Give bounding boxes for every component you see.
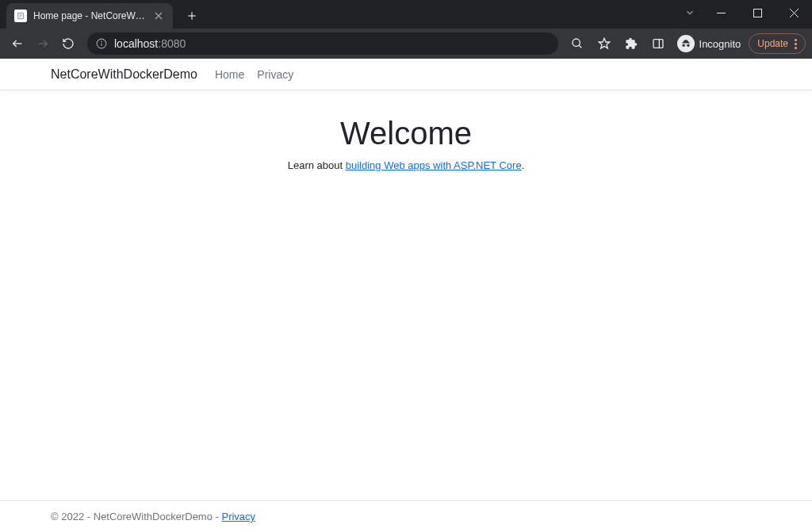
nav-back-button[interactable] — [6, 33, 29, 55]
footer-text: © 2022 - NetCoreWithDockerDemo - — [51, 511, 221, 522]
extensions-icon[interactable] — [620, 33, 642, 55]
svg-marker-19 — [599, 38, 609, 48]
incognito-badge[interactable]: Incognito — [674, 35, 745, 52]
tab-favicon-icon — [14, 10, 27, 22]
footer-privacy-link[interactable]: Privacy — [221, 511, 255, 522]
svg-rect-20 — [653, 40, 663, 48]
menu-dots-icon — [795, 39, 797, 49]
svg-rect-9 — [753, 9, 761, 17]
page-subtitle: Learn about building Web apps with ASP.N… — [0, 159, 812, 171]
page-title: Welcome — [0, 116, 812, 151]
update-button[interactable]: Update — [749, 33, 806, 54]
nav-reload-button[interactable] — [57, 33, 79, 55]
browser-tab[interactable]: Home page - NetCoreWithDocke — [6, 3, 173, 29]
window-maximize-button[interactable] — [739, 0, 776, 25]
navbar-brand[interactable]: NetCoreWithDockerDemo — [51, 67, 197, 82]
tab-title: Home page - NetCoreWithDocke — [33, 10, 146, 21]
side-panel-icon[interactable] — [647, 33, 669, 55]
page-navbar: NetCoreWithDockerDemo Home Privacy — [0, 59, 812, 90]
svg-line-18 — [579, 45, 581, 48]
learn-link[interactable]: building Web apps with ASP.NET Core — [346, 159, 522, 171]
page-main: Welcome Learn about building Web apps wi… — [0, 90, 812, 532]
address-url: localhost:8080 — [114, 37, 186, 50]
svg-point-17 — [573, 39, 580, 46]
new-tab-button[interactable] — [181, 5, 203, 27]
page-footer: © 2022 - NetCoreWithDockerDemo - Privacy — [0, 500, 812, 532]
window-close-button[interactable] — [776, 0, 812, 25]
tabs-dropdown-icon[interactable] — [677, 0, 703, 25]
nav-link-privacy[interactable]: Privacy — [257, 68, 293, 81]
nav-forward-button[interactable] — [32, 33, 54, 55]
nav-link-home[interactable]: Home — [215, 68, 244, 81]
bookmark-star-icon[interactable] — [593, 33, 615, 55]
site-info-icon[interactable] — [95, 37, 108, 50]
tab-close-icon[interactable] — [152, 10, 165, 22]
incognito-icon — [677, 35, 695, 52]
address-bar[interactable]: localhost:8080 — [87, 33, 558, 55]
svg-point-16 — [102, 41, 102, 42]
incognito-label: Incognito — [699, 38, 741, 50]
update-label: Update — [757, 38, 788, 49]
zoom-icon[interactable] — [566, 33, 588, 55]
window-minimize-button[interactable] — [703, 0, 739, 25]
